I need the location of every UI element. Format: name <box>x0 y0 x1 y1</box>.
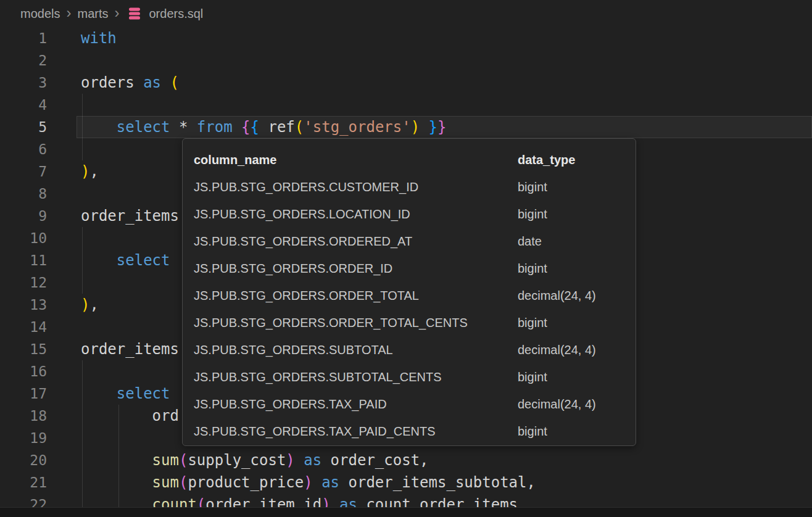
code-token: ( <box>295 118 304 136</box>
line-number[interactable]: 20 <box>0 449 47 471</box>
code-line[interactable]: 2 <box>0 49 812 72</box>
line-number[interactable]: 12 <box>0 271 47 294</box>
code-token: 'stg_orders' <box>304 118 410 136</box>
column-row: JS.PUB.STG_ORDERS.ORDER_TOTALdecimal(24,… <box>183 282 636 309</box>
code-token: sum <box>152 452 179 469</box>
code-text: select <box>81 383 170 405</box>
code-line[interactable]: 21 sum(product_price) as order_items_sub… <box>0 471 812 494</box>
line-number[interactable]: 19 <box>0 427 47 449</box>
line-number[interactable]: 5 <box>0 116 47 138</box>
code-token: ( <box>170 74 179 91</box>
column-row: JS.PUB.STG_ORDERS.CUSTOMER_IDbigint <box>183 173 636 201</box>
column-row: JS.PUB.STG_ORDERS.ORDERED_ATdate <box>183 228 636 255</box>
column-row: JS.PUB.STG_ORDERS.LOCATION_IDbigint <box>183 201 636 228</box>
line-number[interactable]: 2 <box>0 49 47 72</box>
line-number[interactable]: 15 <box>0 338 47 360</box>
line-number[interactable]: 6 <box>0 138 47 160</box>
column-row: JS.PUB.STG_ORDERS.TAX_PAIDdecimal(24, 4) <box>183 391 636 418</box>
column-row: JS.PUB.STG_ORDERS.TAX_PAID_CENTSbigint <box>183 418 636 445</box>
code-line[interactable]: 3orders as ( <box>0 72 812 94</box>
code-token: as <box>304 452 321 469</box>
code-token <box>81 452 152 469</box>
column-row: JS.PUB.STG_ORDERS.SUBTOTALdecimal(24, 4) <box>183 336 636 363</box>
popup-header-row: column_name data_type <box>183 146 636 173</box>
code-token: ) <box>304 474 312 491</box>
line-number[interactable]: 17 <box>0 383 47 405</box>
data-type-cell: decimal(24, 4) <box>518 282 636 309</box>
breadcrumb-item-models[interactable]: models <box>20 7 60 21</box>
line-number[interactable]: 8 <box>0 183 47 205</box>
code-token <box>313 474 321 491</box>
column-name-cell: JS.PUB.STG_ORDERS.SUBTOTAL <box>183 336 518 363</box>
line-number[interactable]: 11 <box>0 249 47 271</box>
code-text: order_items <box>81 205 179 227</box>
line-number[interactable]: 3 <box>0 72 47 94</box>
code-token: } <box>429 118 437 136</box>
line-number[interactable]: 13 <box>0 294 47 316</box>
code-token: } <box>437 118 446 136</box>
chevron-right-icon: › <box>66 6 71 20</box>
line-number[interactable]: 16 <box>0 360 47 383</box>
data-type-cell: bigint <box>518 201 636 228</box>
popup-rows: JS.PUB.STG_ORDERS.CUSTOMER_IDbigintJS.PU… <box>183 173 636 445</box>
code-text: sum(product_price) as order_items_subtot… <box>81 471 536 494</box>
code-token <box>81 252 117 269</box>
column-name-cell: JS.PUB.STG_ORDERS.ORDER_ID <box>183 255 518 282</box>
code-token: , <box>89 296 98 313</box>
code-text: select <box>81 249 170 271</box>
line-number[interactable]: 18 <box>0 405 47 427</box>
code-text: with <box>81 27 117 49</box>
column-name-cell: JS.PUB.STG_ORDERS.TAX_PAID_CENTS <box>183 418 518 445</box>
breadcrumb-item-marts[interactable]: marts <box>77 7 108 21</box>
data-type-cell: bigint <box>518 173 636 201</box>
code-token <box>259 118 268 136</box>
code-text: sum(supply_cost) as order_cost, <box>81 449 429 471</box>
code-token: ) <box>81 163 89 180</box>
chevron-right-icon: › <box>114 6 119 20</box>
line-number[interactable]: 14 <box>0 316 47 338</box>
code-token <box>81 474 152 491</box>
code-token: { <box>251 118 259 136</box>
code-token: with <box>81 30 117 47</box>
code-token: order_items_subtotal, <box>339 474 536 491</box>
data-type-cell: date <box>518 228 636 255</box>
code-token: supply_cost <box>188 452 286 469</box>
code-token: * <box>170 118 197 136</box>
code-line[interactable]: 4 <box>0 94 812 116</box>
code-text: ), <box>81 294 99 316</box>
code-text: orders as ( <box>81 72 179 94</box>
code-line[interactable]: 1with <box>0 27 812 49</box>
code-token: order_cost, <box>321 452 428 469</box>
column-row: JS.PUB.STG_ORDERS.ORDER_TOTAL_CENTSbigin… <box>183 309 636 336</box>
code-line[interactable]: 5 select * from {{ ref('stg_orders') }} <box>0 116 812 138</box>
code-token: order_items <box>81 341 179 358</box>
line-number[interactable]: 21 <box>0 471 47 494</box>
code-text: order_items <box>81 338 179 360</box>
code-token <box>295 452 304 469</box>
column-info-popup: column_name data_type JS.PUB.STG_ORDERS.… <box>182 138 636 446</box>
line-number[interactable]: 7 <box>0 160 47 183</box>
line-number[interactable]: 4 <box>0 94 47 116</box>
code-token: product_price <box>188 474 304 491</box>
breadcrumb: models › marts › orders.sql <box>0 0 812 27</box>
data-type-cell: bigint <box>518 363 636 391</box>
breadcrumb-file-name[interactable]: orders.sql <box>149 7 203 21</box>
line-number[interactable]: 1 <box>0 27 47 49</box>
column-name-cell: JS.PUB.STG_ORDERS.SUBTOTAL_CENTS <box>183 363 518 391</box>
code-token: ) <box>286 452 294 469</box>
code-text: ord <box>81 405 179 427</box>
line-number[interactable]: 10 <box>0 227 47 249</box>
code-token <box>81 385 117 402</box>
column-row: JS.PUB.STG_ORDERS.ORDER_IDbigint <box>183 255 636 282</box>
code-token: ord <box>81 407 179 424</box>
code-token: order_items <box>81 207 179 225</box>
code-token: , <box>89 163 98 180</box>
data-type-cell: decimal(24, 4) <box>518 336 636 363</box>
code-token: as <box>321 474 339 491</box>
code-token: ) <box>81 296 89 313</box>
data-type-cell: bigint <box>518 309 636 336</box>
data-type-cell: decimal(24, 4) <box>518 391 636 418</box>
code-token: as <box>143 74 161 91</box>
code-line[interactable]: 20 sum(supply_cost) as order_cost, <box>0 449 812 471</box>
line-number[interactable]: 9 <box>0 205 47 227</box>
